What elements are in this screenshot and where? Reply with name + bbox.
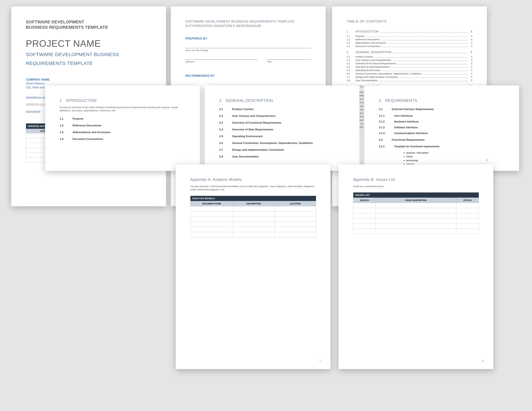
general-heading: 2 GENERAL DESCRIPTION [219,98,345,103]
issues-list-table: ISSUES LIST ISSUE ID ISSUE DESCRIPTION S… [353,192,479,234]
toc-item: 2.2User Classes and Characteristics5 [347,59,472,62]
issues-list-header: ISSUES LIST [353,192,479,198]
req-3-2-1: 3.2.1Template for functional requirement… [379,145,504,148]
name-caption: Name and Title (Printed) [185,49,311,52]
req-3-1-4: 3.1.4Communications Interfaces [379,132,504,135]
req-3-1: 3.1External Interface Requirements [379,108,504,111]
toc-item: 1.3Abbreviations and Acronyms4 [347,41,472,44]
toc-item: 1.2Reference Documents4 [347,38,472,41]
col-description: DESCRIPTION [233,201,274,206]
subsection: 2.5Operating Environment [219,135,345,138]
toc-body: 1 INTRODUCTION 4 1.1Purpose41.2Reference… [347,30,472,88]
intro-description: Provide an overview of the entire Softwa… [60,106,185,112]
subsection: 1.3Abbreviations and Acronyms [60,131,185,134]
signature-caption: Signature [185,60,257,63]
req-bullet: processing [406,159,504,162]
page-appendix-b: 6 Appendix B. Issues List Detail any unr… [339,164,493,369]
name-line [185,48,311,48]
col-location: LOCATION [274,201,316,206]
req-3-2: 3.2Functional Requirements [379,138,504,141]
subsection: 2.3Overview of Functional Requirements [219,121,345,124]
doc-header-line2: BUSINESS REQUIREMENTS TEMPLATE [26,25,152,30]
appendix-b-title: Appendix B. Issues List [353,177,479,182]
req-3-1-1: 3.1.1User Interfaces [379,114,504,117]
project-title: PROJECT NAME [26,39,152,48]
page-requirements: 3 REQUIREMENTS 3.1External Interface Req… [364,85,519,171]
req-3-2-1-bullets: purpose / descriptioninputsprocessingout… [403,151,504,166]
requirements-heading: 3 REQUIREMENTS [379,98,504,103]
project-subtitle-line1: SOFTWARE DEVELOPMENT BUSINESS [26,51,152,57]
subsection: 1.2Reference Documents [60,124,185,127]
toc-item: 1.4Document Conventions4 [347,45,472,48]
col-issue-id: ISSUE ID [353,198,376,203]
col-doc-name: DOCUMENT NAME [190,201,233,206]
underlap-page-number: 6 [486,159,488,162]
prepared-by-label: PREPARED BY [185,37,311,40]
toc-item: 2.4Overview of Data Requirements5 [347,65,472,68]
page-introduction: 1 INTRODUCTION Provide an overview of th… [45,85,200,171]
subsection: 1.4Document Conventions [60,138,185,141]
appendix-b-desc: Detail any unresolved issues. [353,185,479,188]
recommended-by-label: RECOMMENDED BY [185,74,311,77]
analysis-models-header: ANALYSIS MODELS [190,196,316,201]
subsection: 1.1Purpose [60,117,185,120]
req-bullet: purpose / description [406,151,504,155]
toc-item: 2.6General Constraints, Assumptions, Dep… [347,72,472,75]
date-caption: Date [267,60,311,63]
subsection: 2.6General Constraints, Assumptions, Dep… [219,141,345,145]
subsection: 2.7Design and Implementation Constraints [219,148,345,151]
subsection: 2.8User Documentation [219,155,345,158]
toc-item: 2.8User Documentation5 [347,79,472,82]
appendix-a-desc: List any attached / referenced documenta… [190,185,316,191]
toc-section-1: 1 INTRODUCTION 4 [347,30,472,33]
req-3-1-2: 3.1.2Hardware Interfaces [379,120,504,123]
page-appendix-a: Appendix A. Analysis Models List any att… [176,164,331,369]
toc-item: 1.1Purpose4 [347,35,472,37]
toc-item: 2.3Overview of Functional Requirements5 [347,62,472,65]
appendix-a-title: Appendix A. Analysis Models [190,177,316,182]
subsection: 2.2User Classes and Characteristics [219,114,345,118]
page-number: 8 [482,360,484,363]
company-street: Street Address [26,82,152,85]
subsection: 2.1Product Context [219,108,345,111]
req-bullet: inputs [406,155,504,158]
page-number: 7 [319,360,321,363]
toc-item: 2.5Operating Environment5 [347,69,472,72]
toc-title: TABLE OF CONTENTS [347,19,472,24]
col-issue-desc: ISSUE DESCRIPTION [376,198,456,203]
toc-item: 2.1Product Context5 [347,55,472,58]
sig-title-line2: AUTHORIZATION SIGNATURES MEMORANDUM [185,24,311,28]
req-3-1-3: 3.1.3Software Interfaces [379,126,504,129]
col-status: STATUS [456,198,479,203]
intro-heading: 1 INTRODUCTION [60,98,185,103]
toc-section-2: 2 GENERAL DESCRIPTION 5 [347,51,472,54]
company-name: COMPANY NAME [26,78,152,82]
doc-header-line1: SOFTWARE DEVELOPMENT [26,19,152,25]
subsection: 2.4Overview of Data Requirements [219,128,345,131]
toc-item: 2.7Design and Implementation Constraints… [347,75,472,78]
page-general-description: 2 GENERAL DESCRIPTION 2.1Product Context… [205,85,360,171]
sig-title-line1: SOFTWARE DEVELOPMENT BUSINESS REQUIREMEN… [185,19,311,24]
project-subtitle-line2: REQUIREMENTS TEMPLATE [26,60,152,66]
analysis-models-table: ANALYSIS MODELS DOCUMENT NAME DESCRIPTIO… [190,196,316,237]
